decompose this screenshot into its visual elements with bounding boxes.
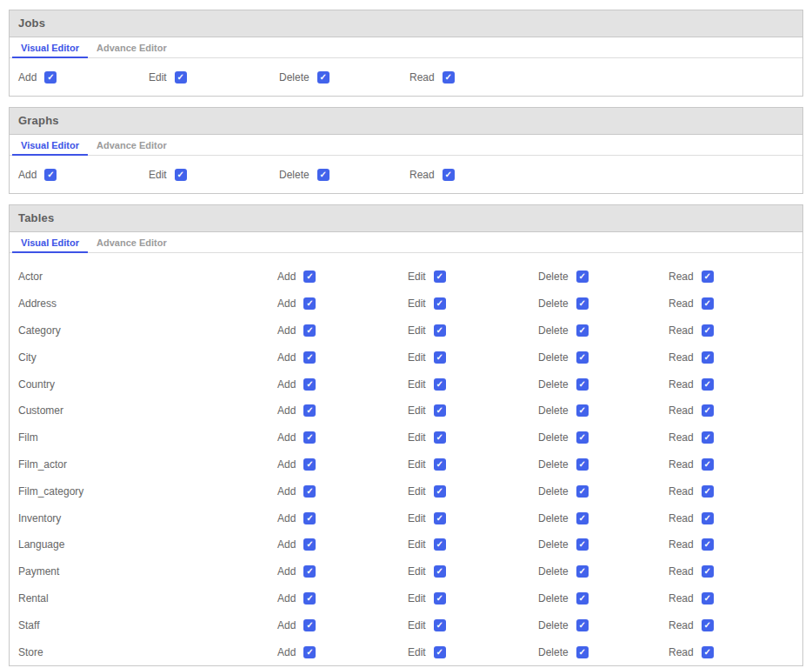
checkbox-delete-checked[interactable]: ✓: [576, 512, 589, 524]
checkbox-add-checked[interactable]: ✓: [303, 404, 316, 417]
checkbox-add-checked[interactable]: ✓: [303, 458, 316, 471]
perm-delete-label: Delete: [538, 512, 569, 524]
perm-delete: Delete ✓: [538, 619, 669, 631]
checkbox-add-checked[interactable]: ✓: [303, 485, 316, 498]
checkbox-read-checked[interactable]: ✓: [702, 431, 714, 444]
checkbox-read-checked[interactable]: ✓: [702, 378, 714, 391]
tab-visual-editor[interactable]: Visual Editor: [12, 232, 88, 253]
checkbox-delete-checked[interactable]: ✓: [576, 646, 589, 658]
checkbox-add-checked[interactable]: ✓: [303, 565, 316, 578]
perm-add: Add ✓: [277, 485, 408, 498]
checkbox-add-checked[interactable]: ✓: [303, 324, 316, 337]
perm-delete-label: Delete: [538, 404, 569, 417]
checkbox-read-checked[interactable]: ✓: [702, 565, 714, 578]
checkbox-edit-checked[interactable]: ✓: [175, 169, 187, 181]
checkbox-read-checked[interactable]: ✓: [702, 592, 714, 605]
check-icon: ✓: [47, 170, 54, 179]
check-icon: ✓: [319, 73, 326, 82]
perm-add-label: Add: [277, 646, 296, 658]
check-icon: ✓: [436, 352, 443, 361]
checkbox-delete-checked[interactable]: ✓: [576, 538, 589, 551]
perm-read: Read ✓: [669, 592, 799, 605]
checkbox-delete-checked[interactable]: ✓: [576, 404, 589, 417]
checkbox-edit-checked[interactable]: ✓: [434, 431, 446, 444]
checkbox-add-checked[interactable]: ✓: [303, 538, 316, 551]
checkbox-read-checked[interactable]: ✓: [702, 458, 714, 471]
checkbox-edit-checked[interactable]: ✓: [175, 71, 187, 84]
checkbox-edit-checked[interactable]: ✓: [434, 458, 446, 471]
checkbox-add-checked[interactable]: ✓: [303, 646, 316, 658]
tab-visual-editor[interactable]: Visual Editor: [12, 37, 88, 58]
checkbox-read-checked[interactable]: ✓: [702, 324, 714, 337]
perm-delete: Delete ✓: [538, 271, 669, 283]
checkbox-add-checked[interactable]: ✓: [303, 619, 316, 631]
table-row: Inventory Add ✓ Edit ✓ Delete ✓ Read ✓: [18, 504, 802, 531]
checkbox-add-checked[interactable]: ✓: [303, 271, 316, 283]
perm-read-label: Read: [409, 169, 435, 181]
checkbox-edit-checked[interactable]: ✓: [434, 297, 446, 310]
checkbox-delete-checked[interactable]: ✓: [576, 592, 589, 605]
checkbox-read-checked[interactable]: ✓: [702, 351, 714, 364]
checkbox-add-checked[interactable]: ✓: [303, 378, 316, 391]
checkbox-delete-checked[interactable]: ✓: [576, 351, 589, 364]
tab-visual-editor[interactable]: Visual Editor: [12, 135, 88, 156]
checkbox-read-checked[interactable]: ✓: [702, 404, 714, 417]
checkbox-delete-checked[interactable]: ✓: [317, 169, 329, 181]
check-icon: ✓: [306, 459, 313, 468]
checkbox-edit-checked[interactable]: ✓: [434, 351, 446, 364]
checkbox-add-checked[interactable]: ✓: [303, 297, 316, 310]
checkbox-add-checked[interactable]: ✓: [303, 431, 316, 444]
check-icon: ✓: [444, 73, 451, 82]
checkbox-delete-checked[interactable]: ✓: [576, 378, 589, 391]
checkbox-edit-checked[interactable]: ✓: [434, 538, 446, 551]
checkbox-edit-checked[interactable]: ✓: [434, 404, 446, 417]
perm-add: Add ✓: [277, 538, 408, 551]
perm-read-label: Read: [669, 565, 694, 578]
checkbox-add-checked[interactable]: ✓: [303, 592, 316, 605]
checkbox-read-checked[interactable]: ✓: [702, 619, 714, 631]
checkbox-edit-checked[interactable]: ✓: [434, 619, 446, 631]
checkbox-edit-checked[interactable]: ✓: [434, 378, 446, 391]
checkbox-edit-checked[interactable]: ✓: [434, 271, 446, 283]
checkbox-delete-checked[interactable]: ✓: [576, 485, 589, 498]
checkbox-read-checked[interactable]: ✓: [702, 297, 714, 310]
checkbox-add-checked[interactable]: ✓: [303, 351, 316, 364]
checkbox-read-checked[interactable]: ✓: [702, 512, 714, 524]
checkbox-delete-checked[interactable]: ✓: [576, 619, 589, 631]
checkbox-read-checked[interactable]: ✓: [702, 646, 714, 658]
tab-advance-editor[interactable]: Advance Editor: [88, 37, 176, 58]
checkbox-delete-checked[interactable]: ✓: [576, 271, 589, 283]
perm-add: Add ✓: [277, 404, 408, 417]
checkbox-edit-checked[interactable]: ✓: [434, 512, 446, 524]
checkbox-edit-checked[interactable]: ✓: [434, 565, 446, 578]
checkbox-read-checked[interactable]: ✓: [443, 71, 455, 84]
perm-edit-label: Edit: [408, 458, 426, 471]
check-icon: ✓: [436, 406, 443, 415]
checkbox-read-checked[interactable]: ✓: [702, 271, 714, 283]
perm-delete-label: Delete: [538, 431, 569, 444]
checkbox-read-checked[interactable]: ✓: [702, 538, 714, 551]
table-row: Film Add ✓ Edit ✓ Delete ✓ Read ✓: [18, 424, 802, 451]
checkbox-add-checked[interactable]: ✓: [44, 169, 57, 181]
checkbox-edit-checked[interactable]: ✓: [434, 324, 446, 337]
perm-read: Read ✓: [669, 565, 799, 578]
checkbox-add-checked[interactable]: ✓: [303, 512, 316, 524]
checkbox-read-checked[interactable]: ✓: [702, 485, 714, 498]
checkbox-delete-checked[interactable]: ✓: [576, 297, 589, 310]
checkbox-delete-checked[interactable]: ✓: [317, 71, 329, 84]
checkbox-delete-checked[interactable]: ✓: [576, 458, 589, 471]
checkbox-add-checked[interactable]: ✓: [44, 71, 57, 84]
checkbox-edit-checked[interactable]: ✓: [434, 646, 446, 658]
checkbox-delete-checked[interactable]: ✓: [576, 324, 589, 337]
tab-advance-editor[interactable]: Advance Editor: [88, 135, 176, 156]
checkbox-edit-checked[interactable]: ✓: [434, 485, 446, 498]
check-icon: ✓: [703, 647, 710, 656]
checkbox-read-checked[interactable]: ✓: [443, 169, 455, 181]
perm-read-label: Read: [669, 297, 694, 310]
checkbox-delete-checked[interactable]: ✓: [576, 431, 589, 444]
checkbox-edit-checked[interactable]: ✓: [434, 592, 446, 605]
perm-add-label: Add: [18, 71, 37, 84]
check-icon: ✓: [578, 379, 585, 388]
checkbox-delete-checked[interactable]: ✓: [576, 565, 589, 578]
tab-advance-editor[interactable]: Advance Editor: [88, 232, 176, 253]
